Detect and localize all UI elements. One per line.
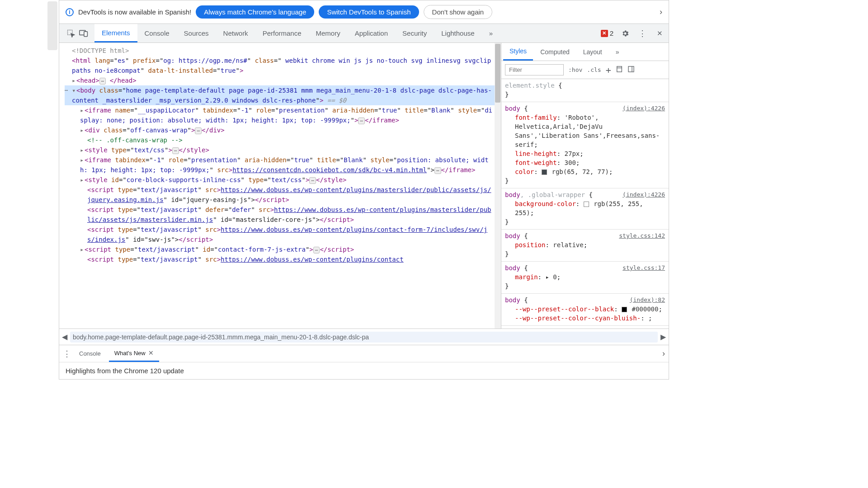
breadcrumb-bar: ◀ body.home.page-template-default.page.p…	[59, 328, 669, 345]
expand-ellipsis-icon[interactable]: ⋯	[358, 117, 365, 124]
css-rule[interactable]: (index):4226body {font-family: 'Roboto',…	[501, 102, 669, 188]
dom-node[interactable]: ▸<script type="text/javascript" id="cont…	[65, 244, 495, 254]
dom-link[interactable]: https://consentcdn.cookiebot.com/sdk/bc-…	[232, 166, 427, 174]
settings-gear-icon[interactable]	[620, 28, 631, 39]
chevron-right-icon[interactable]: ›	[660, 7, 662, 17]
css-declaration[interactable]: font-weight: 300;	[505, 158, 665, 167]
dom-node[interactable]: <html lang="es" prefix="og: https://ogp.…	[65, 56, 495, 75]
rule-source-link[interactable]: (index):4226	[623, 190, 665, 199]
svg-rect-4	[628, 66, 634, 72]
dom-node[interactable]: ▸<style id="core-block-supports-inline-c…	[65, 175, 495, 185]
switch-language-button[interactable]: Switch DevTools to Spanish	[319, 5, 419, 19]
dom-node[interactable]: ▸<iframe tabindex="-1" role="presentatio…	[65, 155, 495, 175]
styles-filter-input[interactable]	[505, 64, 564, 75]
css-declaration[interactable]: background-color: rgb(255, 255, 255);	[505, 199, 665, 217]
dom-node[interactable]: ▸<style type="text/css">⋯</style>	[65, 145, 495, 155]
css-rule[interactable]: (index):4226body, .global-wrapper {backg…	[501, 188, 669, 230]
subtab-layout[interactable]: Layout	[577, 43, 609, 61]
css-declaration[interactable]: --wp--preset--color--black: #000000;	[505, 305, 665, 314]
expand-ellipsis-icon[interactable]: ⋯	[309, 177, 316, 184]
rule-source-link[interactable]: (index):4226	[623, 104, 665, 113]
css-declaration[interactable]: line-height: 27px;	[505, 149, 665, 158]
expand-ellipsis-icon[interactable]: ⋯	[172, 147, 179, 154]
subtab-computed[interactable]: Computed	[534, 43, 576, 61]
tab-network[interactable]: Network	[216, 24, 255, 42]
expand-ellipsis-icon[interactable]: ⋯	[195, 127, 202, 134]
dom-node[interactable]: ▸<iframe name="__uspapiLocator" tabindex…	[65, 105, 495, 125]
css-rule[interactable]: style.css:142body {position: relative;}	[501, 230, 669, 262]
drawer: ⋮ Console What's New ✕ › Highlights from…	[59, 345, 669, 379]
rule-source-link[interactable]: style.css:17	[623, 263, 665, 272]
error-icon: ✕	[601, 30, 608, 37]
close-devtools-icon[interactable]: ✕	[654, 28, 665, 39]
errors-count: 2	[610, 29, 613, 37]
hov-toggle[interactable]: :hov	[568, 66, 582, 73]
kebab-menu-icon[interactable]: ⋮	[637, 28, 648, 39]
select-element-icon[interactable]	[66, 28, 76, 39]
styles-rules[interactable]: element.style {}(index):4226body {font-f…	[501, 79, 669, 328]
rule-source-link[interactable]: style.css:142	[619, 231, 665, 240]
toggle-sidebar-icon[interactable]	[627, 66, 635, 74]
dom-node[interactable]: ⋯▾<body class="home page-template-defaul…	[65, 85, 495, 105]
tab-security[interactable]: Security	[395, 24, 434, 42]
close-tab-icon[interactable]: ✕	[148, 349, 154, 357]
breadcrumb[interactable]: body.home.page-template-default.page.pag…	[70, 332, 658, 343]
css-declaration[interactable]: --wp--preset--color--cyan-bluish-: ;	[505, 314, 665, 323]
css-declaration[interactable]: position: relative;	[505, 240, 665, 249]
expand-ellipsis-icon[interactable]: ⋯	[434, 167, 441, 174]
language-banner: i DevTools is now available in Spanish! …	[59, 0, 669, 24]
dom-tree[interactable]: <!DOCTYPE html><html lang="es" prefix="o…	[59, 43, 495, 328]
new-style-rule-icon[interactable]: +	[606, 65, 611, 75]
breadcrumb-left-icon[interactable]: ◀	[62, 333, 67, 341]
tab-lighthouse[interactable]: Lighthouse	[434, 24, 481, 42]
drawer-menu-icon[interactable]: ⋮	[63, 349, 71, 359]
dom-node[interactable]: <!-- .off-canvas-wrap -->	[65, 135, 495, 145]
dom-scrollbar-thumb[interactable]	[495, 44, 500, 103]
drawer-body: Highlights from the Chrome 120 update	[59, 362, 669, 379]
color-swatch-icon[interactable]	[622, 307, 627, 312]
drawer-chevron-right-icon[interactable]: ›	[662, 349, 665, 358]
computed-styles-icon[interactable]	[616, 66, 623, 74]
rule-source-link[interactable]: (index):82	[630, 296, 665, 305]
css-rule[interactable]: style.css:17body {margin: ▸ 0;}	[501, 262, 669, 294]
collapse-triangle-icon[interactable]: ▾	[72, 85, 76, 95]
device-toolbar-icon[interactable]	[78, 28, 89, 39]
dom-node[interactable]: <!DOCTYPE html>	[65, 46, 495, 56]
css-declaration[interactable]: font-family: 'Roboto', Helvetica,Arial,'…	[505, 113, 665, 149]
dont-show-again-button[interactable]: Don't show again	[424, 5, 493, 19]
dom-node[interactable]: <script type="text/javascript" defer="de…	[65, 205, 495, 225]
errors-badge[interactable]: ✕ 2	[601, 29, 613, 37]
dom-node[interactable]: <script type="text/javascript" src>https…	[65, 254, 495, 264]
match-language-button[interactable]: Always match Chrome's language	[196, 5, 314, 19]
dom-node[interactable]: ▸<div class="off-canvas-wrap">⋯</div>	[65, 125, 495, 135]
color-swatch-icon[interactable]	[542, 169, 547, 175]
styles-panel: Styles Computed Layout » :hov .cls + ele…	[501, 43, 669, 328]
expand-triangle-icon[interactable]: ▸	[72, 75, 76, 85]
expand-ellipsis-icon[interactable]: ⋯	[99, 78, 106, 84]
css-declaration[interactable]: color: rgb(65, 72, 77);	[505, 167, 665, 176]
dom-scrollbar[interactable]	[495, 43, 501, 328]
breadcrumb-right-icon[interactable]: ▶	[660, 333, 666, 341]
tab-application[interactable]: Application	[348, 24, 395, 42]
subtab-styles[interactable]: Styles	[503, 43, 533, 61]
dom-node[interactable]: <script type="text/javascript" src>https…	[65, 225, 495, 244]
tab-performance[interactable]: Performance	[255, 24, 309, 42]
tab-sources[interactable]: Sources	[177, 24, 216, 42]
svg-rect-2	[84, 31, 88, 36]
drawer-tab-whatsnew[interactable]: What's New ✕	[109, 345, 159, 362]
dom-node[interactable]: ▸<head>⋯ </head>	[65, 75, 495, 85]
css-declaration[interactable]: margin: ▸ 0;	[505, 272, 665, 282]
tab-memory[interactable]: Memory	[309, 24, 348, 42]
tab-console[interactable]: Console	[137, 24, 177, 42]
drawer-tab-console[interactable]: Console	[74, 345, 106, 362]
subtabs-overflow-icon[interactable]: »	[609, 43, 626, 61]
css-rule[interactable]: element.style {}	[501, 79, 669, 102]
tab-elements[interactable]: Elements	[94, 24, 137, 42]
webpage-scrollbar-stub[interactable]	[47, 1, 57, 50]
expand-ellipsis-icon[interactable]: ⋯	[313, 247, 320, 253]
tabs-overflow-icon[interactable]: »	[482, 24, 500, 42]
css-rule[interactable]: (index):82body {--wp--preset--color--bla…	[501, 294, 669, 326]
cls-toggle[interactable]: .cls	[587, 66, 601, 73]
color-swatch-icon[interactable]	[584, 202, 589, 207]
dom-node[interactable]: <script type="text/javascript" src>https…	[65, 185, 495, 205]
